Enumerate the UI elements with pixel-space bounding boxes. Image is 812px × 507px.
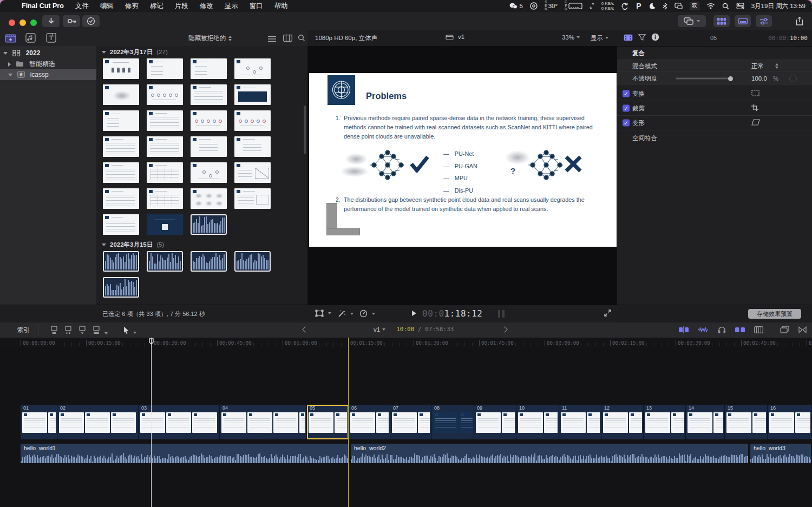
photos-audio-icon[interactable] [25,33,36,45]
media-thumbnail[interactable] [103,277,139,298]
fullscreen-icon[interactable] [604,310,611,317]
skimming-icon[interactable] [698,326,709,335]
distort-row[interactable]: ✓ 变形 [617,116,812,130]
search-icon[interactable] [298,34,305,44]
list-view-icon[interactable] [268,35,276,44]
timeline-clip-13[interactable]: 13 [644,405,686,439]
menubar-menu[interactable]: 修改 [200,2,213,11]
media-thumbnail[interactable] [147,58,183,79]
media-thumbnail[interactable] [147,188,183,209]
video-inspector-tab[interactable] [624,34,633,43]
solo-icon[interactable] [718,326,726,335]
media-thumbnail[interactable] [103,188,139,209]
network-speed-widget[interactable]: 0 KB/s 0 KB/s [601,1,614,11]
media-thumbnail[interactable] [147,162,183,183]
disclosure-triangle-icon[interactable] [8,74,12,76]
timeline-clip-05[interactable]: 05 [307,405,349,439]
media-thumbnail[interactable] [147,251,183,272]
blend-mode-value[interactable]: 正常 [751,62,764,70]
timeline-version-dropdown[interactable]: v1 [374,326,385,333]
timeline-clip-07[interactable]: 07 [390,405,431,439]
menubar-menu[interactable]: 编辑 [100,2,114,11]
opacity-slider[interactable] [676,78,731,80]
transform-icon[interactable] [751,90,759,97]
play-button[interactable] [412,311,416,316]
reset-icon[interactable] [789,75,797,82]
disclosure-triangle-icon[interactable] [102,51,106,54]
app-menu[interactable]: Final Cut Pro [22,2,64,10]
toggle-timeline-button[interactable] [735,15,751,27]
media-thumbnail[interactable] [234,136,271,157]
timeline-clip-06[interactable]: 06 [349,405,390,439]
media-thumbnail[interactable] [191,58,227,79]
timeline-clip-01[interactable]: 01 [21,405,57,439]
media-thumbnail[interactable] [103,162,139,183]
media-thumbnail[interactable] [147,214,183,235]
screen-mirroring-icon[interactable] [675,3,683,9]
timeline-clip-14[interactable]: 14 [686,405,725,439]
effects-wand-dropdown[interactable] [338,310,353,318]
media-thumbnail[interactable] [191,136,227,157]
blend-mode-row[interactable]: 混合模式 正常 [617,60,812,72]
audio-meter-bar[interactable] [498,310,500,318]
timeline-clip-04[interactable]: 04 [220,405,307,439]
creative-cloud-icon[interactable] [530,2,538,10]
viewer-timecode[interactable]: 00:01:18:12 [422,308,482,319]
media-thumbnail[interactable] [234,84,271,105]
crop-checkbox[interactable]: ✓ [623,105,630,112]
menubar-menu[interactable]: 窗口 [250,2,263,11]
media-thumbnail[interactable] [147,110,183,131]
opacity-row[interactable]: 不透明度 100.0 % [617,72,812,85]
overwrite-edit-dropdown[interactable] [92,326,108,334]
group-header[interactable]: 2022年3月17日(27) [96,47,307,57]
media-thumbnail[interactable] [191,214,227,235]
menubar-menu[interactable]: 片段 [175,2,188,11]
distort-icon[interactable] [751,119,760,127]
spotlight-search-icon[interactable] [722,3,729,10]
audio-skimming-icon[interactable] [679,326,689,335]
media-thumbnail[interactable] [234,162,271,183]
opacity-value[interactable]: 100.0 [751,75,767,82]
audio-clip[interactable]: hello_world2 [351,444,749,463]
toggle-browser-button[interactable] [713,15,730,27]
crop-icon[interactable] [751,104,759,113]
media-thumbnail[interactable] [191,251,227,272]
media-thumbnail[interactable] [147,136,183,157]
sidebar-item-smart-collection[interactable]: 智能精选 [0,58,96,69]
media-thumbnail[interactable] [234,110,271,131]
insert-edit-button[interactable] [64,326,73,334]
timeline-clip-02[interactable]: 02 [57,405,139,439]
disclosure-triangle-icon[interactable] [102,243,106,246]
media-thumbnail[interactable] [103,110,139,131]
timeline-clip-15[interactable]: 15 [725,405,768,439]
media-thumbnail[interactable] [147,84,183,105]
menubar-menu[interactable]: 显示 [225,2,238,11]
timeline-clip-16[interactable]: 16 [768,405,812,439]
viewer-canvas-slide[interactable]: Problems 1. Previous methods require pai… [309,73,617,247]
zoom-level-dropdown[interactable]: 33% [562,34,580,42]
menubar-clock[interactable]: 3月19日 周六 13:59 [751,2,806,10]
media-thumbnail[interactable] [103,136,139,157]
spatial-conform-row[interactable]: 空间符合 [617,130,812,145]
titles-generators-icon[interactable] [46,33,56,45]
media-thumbnail[interactable] [234,251,271,272]
show-libraries-icon[interactable] [5,33,16,45]
zoom-window-button[interactable] [30,19,37,26]
audio-clip[interactable]: hello_world1 [21,444,350,463]
timeline-clip-11[interactable]: 11 [559,405,601,439]
filmstrip-view-icon[interactable] [283,34,292,44]
next-timeline-icon[interactable] [501,326,507,332]
menubar-menu[interactable]: 文件 [75,2,89,11]
timeline-history-icon[interactable] [780,326,789,335]
color-inspector-tab[interactable] [638,34,646,43]
snapping-icon[interactable] [735,326,745,335]
select-tool-dropdown[interactable] [123,326,136,334]
media-thumbnail[interactable] [234,58,271,79]
connect-edit-button[interactable] [50,326,58,334]
previous-timeline-icon[interactable] [302,326,308,332]
media-thumbnail[interactable] [191,188,227,209]
keyword-editor-button[interactable] [63,15,80,27]
parallels-icon[interactable]: P [636,2,641,10]
timeline-tracks[interactable]: 01020304050607080910111213141516 hello_w… [0,348,812,507]
append-edit-button[interactable] [78,326,87,334]
